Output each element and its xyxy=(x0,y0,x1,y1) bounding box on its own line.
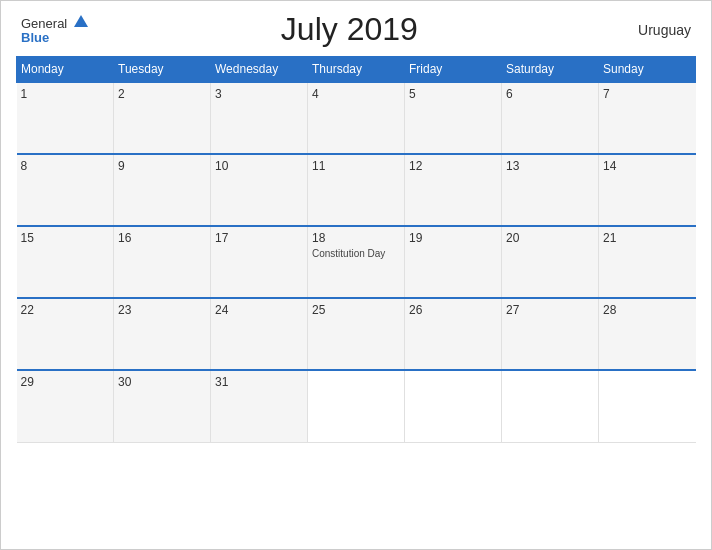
day-number: 5 xyxy=(409,87,497,101)
calendar-day-cell xyxy=(599,370,696,442)
col-friday: Friday xyxy=(405,57,502,83)
logo-triangle-icon xyxy=(74,15,88,27)
day-number: 15 xyxy=(21,231,110,245)
calendar-day-cell: 11 xyxy=(308,154,405,226)
calendar-day-cell: 16 xyxy=(114,226,211,298)
calendar-day-cell: 7 xyxy=(599,82,696,154)
day-number: 22 xyxy=(21,303,110,317)
calendar-day-cell: 3 xyxy=(211,82,308,154)
calendar-table: Monday Tuesday Wednesday Thursday Friday… xyxy=(16,56,696,443)
day-number: 23 xyxy=(118,303,206,317)
col-wednesday: Wednesday xyxy=(211,57,308,83)
day-number: 26 xyxy=(409,303,497,317)
calendar-title: July 2019 xyxy=(88,11,611,48)
day-number: 19 xyxy=(409,231,497,245)
weekday-header-row: Monday Tuesday Wednesday Thursday Friday… xyxy=(17,57,696,83)
calendar-day-cell: 23 xyxy=(114,298,211,370)
calendar-day-cell: 12 xyxy=(405,154,502,226)
day-number: 9 xyxy=(118,159,206,173)
day-number: 7 xyxy=(603,87,692,101)
day-number: 12 xyxy=(409,159,497,173)
logo-general: General xyxy=(21,14,88,32)
country-label: Uruguay xyxy=(611,22,691,38)
calendar-day-cell: 17 xyxy=(211,226,308,298)
col-thursday: Thursday xyxy=(308,57,405,83)
day-number: 18 xyxy=(312,231,400,245)
day-number: 1 xyxy=(21,87,110,101)
calendar-day-cell: 27 xyxy=(502,298,599,370)
day-number: 10 xyxy=(215,159,303,173)
day-number: 6 xyxy=(506,87,594,101)
calendar-day-cell xyxy=(405,370,502,442)
calendar-week-row: 1234567 xyxy=(17,82,696,154)
day-number: 20 xyxy=(506,231,594,245)
calendar-day-cell: 15 xyxy=(17,226,114,298)
calendar-container: General Blue July 2019 Uruguay Monday Tu… xyxy=(0,0,712,550)
holiday-label: Constitution Day xyxy=(312,247,400,260)
calendar-day-cell: 13 xyxy=(502,154,599,226)
logo: General Blue xyxy=(21,14,88,46)
col-sunday: Sunday xyxy=(599,57,696,83)
calendar-day-cell: 25 xyxy=(308,298,405,370)
calendar-day-cell: 9 xyxy=(114,154,211,226)
day-number: 3 xyxy=(215,87,303,101)
day-number: 2 xyxy=(118,87,206,101)
day-number: 24 xyxy=(215,303,303,317)
day-number: 17 xyxy=(215,231,303,245)
calendar-day-cell: 8 xyxy=(17,154,114,226)
day-number: 16 xyxy=(118,231,206,245)
calendar-day-cell: 14 xyxy=(599,154,696,226)
day-number: 29 xyxy=(21,375,110,389)
day-number: 13 xyxy=(506,159,594,173)
calendar-day-cell: 30 xyxy=(114,370,211,442)
col-monday: Monday xyxy=(17,57,114,83)
day-number: 11 xyxy=(312,159,400,173)
calendar-week-row: 891011121314 xyxy=(17,154,696,226)
logo-blue: Blue xyxy=(21,31,88,45)
calendar-day-cell: 20 xyxy=(502,226,599,298)
day-number: 27 xyxy=(506,303,594,317)
col-tuesday: Tuesday xyxy=(114,57,211,83)
day-number: 4 xyxy=(312,87,400,101)
calendar-day-cell: 29 xyxy=(17,370,114,442)
calendar-day-cell: 5 xyxy=(405,82,502,154)
day-number: 8 xyxy=(21,159,110,173)
calendar-day-cell: 28 xyxy=(599,298,696,370)
day-number: 30 xyxy=(118,375,206,389)
calendar-day-cell: 1 xyxy=(17,82,114,154)
calendar-day-cell: 2 xyxy=(114,82,211,154)
calendar-day-cell: 10 xyxy=(211,154,308,226)
col-saturday: Saturday xyxy=(502,57,599,83)
calendar-day-cell: 21 xyxy=(599,226,696,298)
calendar-day-cell xyxy=(308,370,405,442)
calendar-day-cell: 19 xyxy=(405,226,502,298)
calendar-day-cell: 4 xyxy=(308,82,405,154)
calendar-week-row: 15161718Constitution Day192021 xyxy=(17,226,696,298)
day-number: 28 xyxy=(603,303,692,317)
calendar-day-cell: 24 xyxy=(211,298,308,370)
calendar-week-row: 22232425262728 xyxy=(17,298,696,370)
calendar-day-cell: 22 xyxy=(17,298,114,370)
day-number: 25 xyxy=(312,303,400,317)
calendar-day-cell: 18Constitution Day xyxy=(308,226,405,298)
day-number: 14 xyxy=(603,159,692,173)
day-number: 21 xyxy=(603,231,692,245)
calendar-week-row: 293031 xyxy=(17,370,696,442)
calendar-day-cell: 26 xyxy=(405,298,502,370)
calendar-day-cell xyxy=(502,370,599,442)
calendar-day-cell: 31 xyxy=(211,370,308,442)
calendar-day-cell: 6 xyxy=(502,82,599,154)
calendar-header: General Blue July 2019 Uruguay xyxy=(16,11,696,48)
day-number: 31 xyxy=(215,375,303,389)
